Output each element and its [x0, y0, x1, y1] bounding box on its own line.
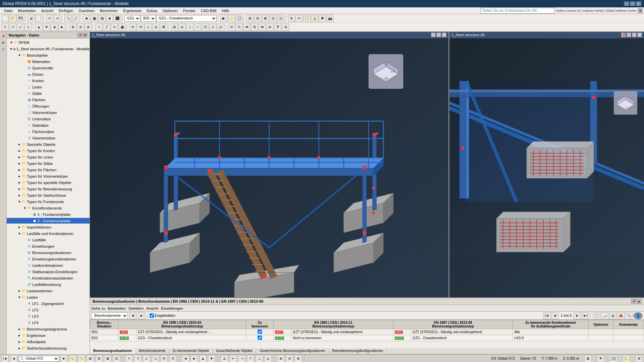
- bt-icon1[interactable]: 📋: [593, 312, 600, 319]
- close-button[interactable]: ✕: [636, 1, 641, 6]
- project-toggle[interactable]: ▼: [9, 47, 12, 51]
- tree-lf1[interactable]: ⬇LF1 - Eigengewicht: [7, 300, 90, 307]
- tb-icon1[interactable]: ⊞: [246, 15, 254, 22]
- tb2-icon10[interactable]: ⌬: [202, 23, 209, 31]
- tb2-icon20[interactable]: ⇉: [282, 23, 289, 31]
- status-nav-next[interactable]: ►: [60, 355, 68, 362]
- st-btn25[interactable]: ⊗: [294, 355, 302, 362]
- st-btn22[interactable]: ⌀: [264, 355, 272, 362]
- tb2-icon12[interactable]: ⌮: [217, 23, 224, 31]
- st-btn10[interactable]: ↘: [152, 355, 159, 362]
- tb2-icon18[interactable]: ⇇: [266, 23, 274, 31]
- tree-einzelfundamente[interactable]: ▼📁Einzelfundamente: [7, 205, 90, 211]
- tb2-node[interactable]: •: [95, 23, 103, 31]
- tb2-btn7[interactable]: ◄: [51, 23, 58, 31]
- tb2-icon14[interactable]: ↻: [235, 23, 243, 31]
- tb2-btn11[interactable]: ⊗: [85, 23, 92, 31]
- tree-typen-fundamente[interactable]: ▼📁Typen für Fundamente: [7, 198, 90, 205]
- bt-next[interactable]: ►: [138, 312, 145, 319]
- calc3-btn[interactable]: 🔄: [235, 15, 243, 22]
- new-btn[interactable]: 📄: [1, 15, 9, 22]
- bt-avatar[interactable]: 👤: [633, 312, 643, 319]
- tb2-icon16[interactable]: ⇅: [251, 23, 258, 31]
- tb-btn7[interactable]: ▤: [98, 15, 106, 22]
- bt-icon2[interactable]: 📊: [601, 312, 608, 319]
- st-btn9[interactable]: ↙: [143, 355, 150, 362]
- status-nav-prev2[interactable]: ◄: [10, 355, 17, 362]
- calc-btn[interactable]: ▶: [220, 15, 227, 22]
- tb2-btn5[interactable]: ▲: [35, 23, 43, 31]
- tree-berechnungsdiagramme[interactable]: ►📁Berechnungsdiagramme: [7, 326, 90, 332]
- save-btn[interactable]: 💾: [17, 15, 24, 22]
- tb2-icon19[interactable]: ⇈: [274, 23, 281, 31]
- maximize-button[interactable]: □: [630, 1, 635, 6]
- vp-left-max[interactable]: □: [436, 33, 441, 37]
- tree-kombassistenten[interactable]: 🔧Kombinationsassistenten: [7, 275, 90, 281]
- tree-stahlschluss[interactable]: ►📁Stahlschlussbemessung: [7, 345, 90, 351]
- tree-ergebnisse[interactable]: ►📁Ergebnisse: [7, 332, 90, 339]
- tree-lf4[interactable]: ⬇LF4: [7, 319, 90, 326]
- tree-imperfektionen[interactable]: ►📁Imperfektionen: [7, 224, 90, 230]
- zoom2-btn[interactable]: 🔎: [72, 15, 79, 22]
- tb-icon6[interactable]: 🖱: [288, 15, 295, 22]
- calc2-btn[interactable]: ⚡: [228, 15, 235, 22]
- tree-volumensaetze[interactable]: ⊄Volumensätze: [7, 135, 90, 141]
- tb-btn5[interactable]: ■: [83, 15, 90, 22]
- bottom-menu-edit[interactable]: Bearbeiten: [108, 306, 126, 310]
- tree-knoten[interactable]: •Knoten: [7, 77, 90, 84]
- tree-oeffnungen[interactable]: ◻Öffnungen: [7, 103, 90, 109]
- tree-typen-staebe[interactable]: ►📁Typen für Stäbe: [7, 160, 90, 167]
- tree-dicken[interactable]: ▬Dicken: [7, 71, 90, 77]
- tree-fundament-1[interactable]: ◼1 - Fundamentplatte: [7, 211, 90, 218]
- basis-toggle[interactable]: ▼: [17, 54, 21, 57]
- st-btn23[interactable]: ⊕: [277, 355, 284, 362]
- tb2-surface[interactable]: ▩: [118, 23, 126, 31]
- tb-icon10[interactable]: ✖: [319, 15, 326, 22]
- bs2-checkbox[interactable]: [258, 336, 262, 340]
- tree-typen-spezielle[interactable]: ►📁Typen für spezielle Objekte: [7, 179, 90, 186]
- tree-spezielle[interactable]: ►📁Spezielle Objekte: [7, 141, 90, 147]
- st-btn7[interactable]: ↖: [125, 355, 133, 362]
- menu-cad-bim[interactable]: CAD-BIM: [198, 8, 219, 13]
- tb2-btn2[interactable]: ↗: [9, 23, 16, 31]
- tb-icon3[interactable]: ⊠: [262, 15, 269, 22]
- st-icon3[interactable]: 🔢: [610, 355, 617, 362]
- vp-left-close[interactable]: ✕: [442, 33, 446, 37]
- load-combo-3[interactable]: GZG - Charakteristisch: [156, 15, 217, 22]
- tree-project[interactable]: ▼ 🗂 1_Steel structure.rf6 | Fundamente -…: [7, 46, 90, 52]
- tb-icon4[interactable]: ⊡: [269, 15, 277, 22]
- nav-pin-btn[interactable]: 📌: [77, 33, 82, 38]
- menu-zuordnen[interactable]: Zuordnen: [76, 8, 97, 13]
- table-row[interactable]: BS2 G Ch GZG - Charakteristisch G Ch Nic…: [90, 335, 644, 341]
- tree-lf3[interactable]: ⬇LF3: [7, 313, 90, 319]
- st-btn8[interactable]: ↗: [134, 355, 142, 362]
- tb-icon9[interactable]: 🔒: [311, 15, 318, 22]
- tb2-btn1[interactable]: ↖: [1, 23, 9, 31]
- open-btn[interactable]: 📂: [9, 15, 16, 22]
- tb2-icon9[interactable]: ⌁: [194, 23, 201, 31]
- st-icon4[interactable]: 📐: [623, 355, 630, 362]
- left-icon-1[interactable]: 📌: [0, 33, 6, 39]
- rfem-toggle[interactable]: ▼: [9, 41, 13, 44]
- st-btn6[interactable]: ⊡: [113, 355, 120, 362]
- tree-basisobjekte[interactable]: ▼ 📁 Basisobjekte: [7, 52, 90, 58]
- st-btn24[interactable]: ⊖: [286, 355, 293, 362]
- tree-typen-stahl[interactable]: ►📁Typen für Stahlschlüsse: [7, 192, 90, 198]
- search-input[interactable]: [481, 8, 554, 14]
- tree-materialien[interactable]: 🎨Materialien: [7, 58, 90, 65]
- tb2-icon15[interactable]: ⇄: [243, 23, 251, 31]
- bottom-menu-view[interactable]: Ansicht: [146, 306, 158, 310]
- nav-close-btn[interactable]: ✕: [83, 33, 88, 38]
- tree-lastassistenten[interactable]: ►📁Lastassistenten: [7, 288, 90, 294]
- minimize-button[interactable]: —: [624, 1, 629, 6]
- settings-icon[interactable]: ⚙: [638, 8, 643, 13]
- left-icon-3[interactable]: 🔗: [0, 47, 6, 53]
- zoom-btn[interactable]: 🔍: [64, 15, 72, 22]
- st-btn19[interactable]: ⊣: [238, 355, 246, 362]
- tree-typen-linien[interactable]: ►📁Typen für Linien: [7, 154, 90, 160]
- tab-zu-bemessende[interactable]: Zu bemessende Objekte: [169, 348, 213, 354]
- menu-optionen[interactable]: Optionen: [160, 8, 180, 13]
- left-icon-2[interactable]: 👁: [0, 40, 6, 46]
- tab-bemessungssituationen[interactable]: Bemessungssituationen: [90, 348, 136, 354]
- menu-datei[interactable]: Datei: [1, 8, 15, 13]
